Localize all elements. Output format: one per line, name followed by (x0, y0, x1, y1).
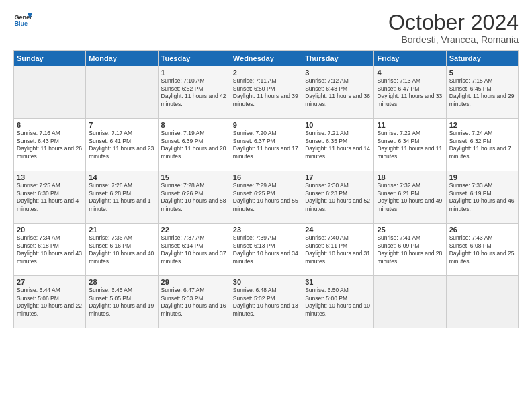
day-number: 4 (377, 68, 443, 77)
month-title: October 2024 (388, 11, 519, 34)
cell-content: Sunrise: 7:34 AMSunset: 6:18 PMDaylight:… (17, 234, 83, 265)
cell-content: Sunrise: 6:45 AMSunset: 5:05 PMDaylight:… (89, 287, 154, 318)
day-number: 5 (449, 68, 515, 77)
calendar-cell: 23Sunrise: 7:39 AMSunset: 6:13 PMDayligh… (230, 224, 302, 276)
calendar-cell: 8Sunrise: 7:19 AMSunset: 6:39 PMDaylight… (158, 119, 230, 171)
page-header: General Blue General Blue October 2024 B… (13, 11, 519, 45)
day-number: 25 (377, 226, 443, 234)
day-number: 22 (161, 226, 227, 234)
cell-content: Sunrise: 7:43 AMSunset: 6:08 PMDaylight:… (449, 234, 515, 265)
dow-header: Wednesday (230, 51, 302, 66)
calendar-cell: 6Sunrise: 7:16 AMSunset: 6:43 PMDaylight… (14, 119, 86, 171)
day-number: 20 (17, 226, 83, 234)
calendar-cell: 2Sunrise: 7:11 AMSunset: 6:50 PMDaylight… (230, 66, 302, 119)
day-number: 28 (89, 278, 154, 286)
cell-content: Sunrise: 7:25 AMSunset: 6:30 PMDaylight:… (17, 182, 83, 213)
day-number: 23 (233, 226, 299, 234)
day-number: 9 (233, 121, 299, 129)
day-number: 30 (233, 278, 299, 286)
calendar-cell: 10Sunrise: 7:21 AMSunset: 6:35 PMDayligh… (302, 119, 374, 171)
calendar-cell: 22Sunrise: 7:37 AMSunset: 6:14 PMDayligh… (158, 224, 230, 276)
dow-header: Sunday (14, 51, 86, 66)
logo-icon: General Blue (13, 11, 32, 30)
calendar-cell: 13Sunrise: 7:25 AMSunset: 6:30 PMDayligh… (14, 171, 86, 224)
calendar-cell: 12Sunrise: 7:24 AMSunset: 6:32 PMDayligh… (446, 119, 518, 171)
calendar-cell: 29Sunrise: 6:47 AMSunset: 5:03 PMDayligh… (158, 276, 230, 328)
cell-content: Sunrise: 7:28 AMSunset: 6:26 PMDaylight:… (161, 182, 227, 213)
cell-content: Sunrise: 7:20 AMSunset: 6:37 PMDaylight:… (233, 130, 299, 161)
calendar-cell: 26Sunrise: 7:43 AMSunset: 6:08 PMDayligh… (446, 224, 518, 276)
cell-content: Sunrise: 7:22 AMSunset: 6:34 PMDaylight:… (377, 130, 443, 161)
calendar-cell: 24Sunrise: 7:40 AMSunset: 6:11 PMDayligh… (302, 224, 374, 276)
day-number: 10 (305, 121, 371, 129)
cell-content: Sunrise: 7:12 AMSunset: 6:48 PMDaylight:… (305, 77, 371, 108)
day-number: 13 (17, 173, 83, 181)
day-number: 7 (89, 121, 154, 129)
day-number: 29 (161, 278, 227, 286)
calendar-cell: 4Sunrise: 7:13 AMSunset: 6:47 PMDaylight… (374, 66, 446, 119)
day-number: 12 (449, 121, 515, 129)
dow-header: Tuesday (158, 51, 230, 66)
title-block: October 2024 Bordesti, Vrancea, Romania (388, 11, 519, 45)
location: Bordesti, Vrancea, Romania (388, 34, 519, 45)
calendar-cell (86, 66, 158, 119)
calendar-cell: 31Sunrise: 6:50 AMSunset: 5:00 PMDayligh… (302, 276, 374, 328)
day-number: 6 (17, 121, 83, 129)
cell-content: Sunrise: 7:21 AMSunset: 6:35 PMDaylight:… (305, 130, 371, 161)
cell-content: Sunrise: 7:32 AMSunset: 6:21 PMDaylight:… (377, 182, 443, 213)
calendar-cell: 17Sunrise: 7:30 AMSunset: 6:23 PMDayligh… (302, 171, 374, 224)
calendar-cell (446, 276, 518, 328)
calendar-cell: 28Sunrise: 6:45 AMSunset: 5:05 PMDayligh… (86, 276, 158, 328)
day-number: 26 (449, 226, 515, 234)
cell-content: Sunrise: 7:10 AMSunset: 6:52 PMDaylight:… (161, 77, 227, 108)
calendar-cell: 15Sunrise: 7:28 AMSunset: 6:26 PMDayligh… (158, 171, 230, 224)
day-number: 27 (17, 278, 83, 286)
cell-content: Sunrise: 7:24 AMSunset: 6:32 PMDaylight:… (449, 130, 515, 161)
cell-content: Sunrise: 7:13 AMSunset: 6:47 PMDaylight:… (377, 77, 443, 108)
cell-content: Sunrise: 7:37 AMSunset: 6:14 PMDaylight:… (161, 234, 227, 265)
day-number: 19 (449, 173, 515, 181)
calendar-cell: 25Sunrise: 7:41 AMSunset: 6:09 PMDayligh… (374, 224, 446, 276)
cell-content: Sunrise: 7:36 AMSunset: 6:16 PMDaylight:… (89, 234, 154, 265)
day-number: 11 (377, 121, 443, 129)
day-number: 17 (305, 173, 371, 181)
calendar-cell (374, 276, 446, 328)
dow-header: Saturday (446, 51, 518, 66)
calendar-cell: 7Sunrise: 7:17 AMSunset: 6:41 PMDaylight… (86, 119, 158, 171)
svg-text:Blue: Blue (14, 20, 28, 27)
dow-header: Monday (86, 51, 158, 66)
calendar-cell: 19Sunrise: 7:33 AMSunset: 6:19 PMDayligh… (446, 171, 518, 224)
cell-content: Sunrise: 7:11 AMSunset: 6:50 PMDaylight:… (233, 77, 299, 108)
cell-content: Sunrise: 7:17 AMSunset: 6:41 PMDaylight:… (89, 130, 154, 161)
cell-content: Sunrise: 7:39 AMSunset: 6:13 PMDaylight:… (233, 234, 299, 265)
calendar-cell: 21Sunrise: 7:36 AMSunset: 6:16 PMDayligh… (86, 224, 158, 276)
calendar-cell: 20Sunrise: 7:34 AMSunset: 6:18 PMDayligh… (14, 224, 86, 276)
day-number: 31 (305, 278, 371, 286)
calendar-cell: 3Sunrise: 7:12 AMSunset: 6:48 PMDaylight… (302, 66, 374, 119)
calendar-cell: 14Sunrise: 7:26 AMSunset: 6:28 PMDayligh… (86, 171, 158, 224)
cell-content: Sunrise: 7:30 AMSunset: 6:23 PMDaylight:… (305, 182, 371, 213)
logo: General Blue General Blue (13, 11, 32, 30)
dow-header: Thursday (302, 51, 374, 66)
cell-content: Sunrise: 6:47 AMSunset: 5:03 PMDaylight:… (161, 287, 227, 318)
cell-content: Sunrise: 6:50 AMSunset: 5:00 PMDaylight:… (305, 287, 371, 318)
day-number: 8 (161, 121, 227, 129)
day-number: 14 (89, 173, 154, 181)
calendar-cell: 11Sunrise: 7:22 AMSunset: 6:34 PMDayligh… (374, 119, 446, 171)
calendar-cell: 5Sunrise: 7:15 AMSunset: 6:45 PMDaylight… (446, 66, 518, 119)
cell-content: Sunrise: 7:40 AMSunset: 6:11 PMDaylight:… (305, 234, 371, 265)
cell-content: Sunrise: 7:16 AMSunset: 6:43 PMDaylight:… (17, 130, 83, 161)
cell-content: Sunrise: 7:19 AMSunset: 6:39 PMDaylight:… (161, 130, 227, 161)
cell-content: Sunrise: 7:33 AMSunset: 6:19 PMDaylight:… (449, 182, 515, 213)
calendar-cell (14, 66, 86, 119)
day-number: 21 (89, 226, 154, 234)
day-number: 2 (233, 68, 299, 77)
calendar-table: SundayMondayTuesdayWednesdayThursdayFrid… (13, 50, 519, 328)
calendar-cell: 30Sunrise: 6:48 AMSunset: 5:02 PMDayligh… (230, 276, 302, 328)
cell-content: Sunrise: 7:41 AMSunset: 6:09 PMDaylight:… (377, 234, 443, 265)
calendar-cell: 1Sunrise: 7:10 AMSunset: 6:52 PMDaylight… (158, 66, 230, 119)
day-number: 15 (161, 173, 227, 181)
cell-content: Sunrise: 7:29 AMSunset: 6:25 PMDaylight:… (233, 182, 299, 213)
calendar-cell: 27Sunrise: 6:44 AMSunset: 5:06 PMDayligh… (14, 276, 86, 328)
cell-content: Sunrise: 7:26 AMSunset: 6:28 PMDaylight:… (89, 182, 154, 213)
